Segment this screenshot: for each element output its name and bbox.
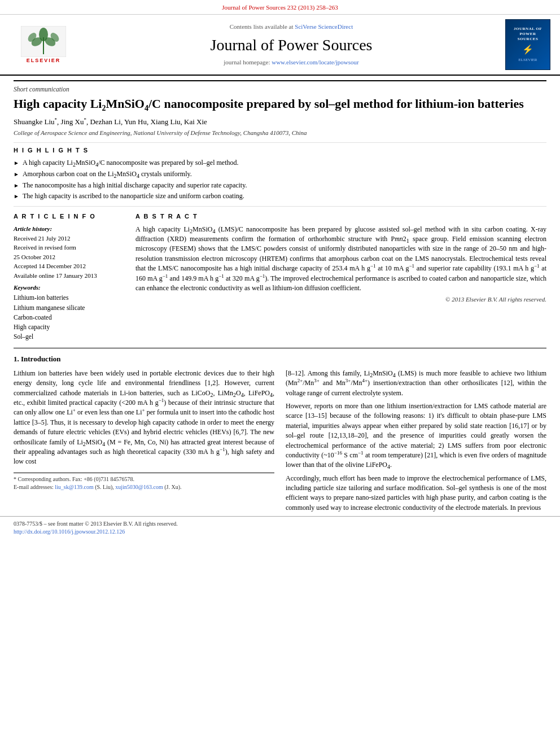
- abstract-col: A B S T R A C T A high capacity Li2MnSiO…: [135, 212, 546, 342]
- badge-title-text: JOURNAL OFPOWERSOURCES: [514, 27, 542, 42]
- elsevier-logo-section: ELSEVIER: [7, 26, 80, 64]
- intro-left-col: Lithium ion batteries have been widely u…: [14, 369, 274, 516]
- sciverse-line: Contents lists available at SciVerse Sci…: [86, 23, 497, 31]
- highlights-heading: H I G H L I G H T S: [14, 146, 546, 155]
- history-label: Article history:: [14, 225, 126, 233]
- email-link-1[interactable]: liu_sk@139.com: [55, 484, 93, 490]
- copyright-line: © 2013 Elsevier B.V. All rights reserved…: [135, 295, 546, 304]
- elsevier-tree-logo: [21, 26, 66, 57]
- keyword-5: Sol–gel: [14, 332, 126, 342]
- highlight-item-2: ► Amorphous carbon coat on the Li2MnSiO4…: [14, 169, 546, 179]
- footnote-star: * Corresponding authors. Fax: +86 (0)731…: [14, 475, 274, 483]
- bottom-bar: 0378-7753/$ – see front matter © 2013 El…: [0, 516, 560, 539]
- section-divider: [14, 348, 546, 348]
- highlight-arrow-2: ►: [14, 171, 19, 178]
- available-date: Available online 17 January 2013: [14, 272, 126, 280]
- highlight-item-3: ► The nanocomposite has a high initial d…: [14, 181, 546, 190]
- article-info-heading: A R T I C L E I N F O: [14, 212, 126, 221]
- intro-para-1: Lithium ion batteries have been widely u…: [14, 369, 274, 467]
- journal-header-center: Contents lists available at SciVerse Sci…: [80, 23, 502, 67]
- footnote-section: * Corresponding authors. Fax: +86 (0)731…: [14, 473, 274, 491]
- highlight-text-3: The nanocomposite has a high initial dis…: [23, 181, 247, 190]
- journal-title-header: Journal of Power Sources: [86, 34, 497, 56]
- main-content: Short communication High capacity Li2MnS…: [0, 76, 560, 516]
- journal-badge: JOURNAL OFPOWERSOURCES ⚡ ELSEVIER: [505, 19, 550, 70]
- affiliation: College of Aerospace Science and Enginee…: [14, 129, 546, 137]
- journal-homepage: journal homepage: www.elsevier.com/locat…: [86, 58, 497, 67]
- homepage-link[interactable]: www.elsevier.com/locate/jpowsour: [272, 59, 358, 65]
- highlight-text-4: The high capacity is ascribed to the nan…: [23, 191, 244, 201]
- highlight-item-4: ► The high capacity is ascribed to the n…: [14, 191, 546, 201]
- journal-badge-section: JOURNAL OFPOWERSOURCES ⚡ ELSEVIER: [502, 19, 553, 70]
- revised-date: 25 October 2012: [14, 253, 126, 261]
- highlight-arrow-1: ►: [14, 159, 19, 167]
- highlight-text-1: A high capacity Li2MnSiO4/C nanocomposit…: [23, 158, 239, 168]
- article-type-label: Short communication: [14, 80, 546, 94]
- intro-para-right-1: [8–12]. Among this family, Li2MnSiO4 (LM…: [286, 369, 546, 398]
- journal-reference: Journal of Power Sources 232 (2013) 258–…: [0, 0, 560, 15]
- article-info-col: A R T I C L E I N F O Article history: R…: [14, 212, 126, 342]
- sciverse-link[interactable]: SciVerse ScienceDirect: [295, 23, 353, 30]
- badge-elsevier-sub: ELSEVIER: [518, 58, 537, 63]
- highlight-text-2: Amorphous carbon coat on the Li2MnSiO4 c…: [23, 169, 192, 179]
- keywords-label: Keywords:: [14, 283, 126, 292]
- received-date: Received 21 July 2012: [14, 234, 126, 243]
- issn-line: 0378-7753/$ – see front matter © 2013 El…: [14, 520, 546, 528]
- intro-section-title: 1. Introduction: [14, 354, 546, 364]
- highlight-arrow-4: ►: [14, 193, 19, 200]
- accepted-date: Accepted 14 December 2012: [14, 262, 126, 270]
- article-info-abstract: A R T I C L E I N F O Article history: R…: [14, 212, 546, 342]
- abstract-heading: A B S T R A C T: [135, 212, 546, 221]
- paper-title: High capacity Li2MnSiO4/C nanocomposite …: [14, 96, 546, 112]
- article-history: Article history: Received 21 July 2012 R…: [14, 225, 126, 280]
- intro-right-col: [8–12]. Among this family, Li2MnSiO4 (LM…: [286, 369, 546, 516]
- doi-line[interactable]: http://dx.doi.org/10.1016/j.jpowsour.201…: [14, 528, 546, 536]
- highlights-section: H I G H L I G H T S ► A high capacity Li…: [14, 142, 546, 207]
- authors-line: Shuangke Liu*, Jing Xu*, Dezhan Li, Yun …: [14, 117, 546, 127]
- elsevier-text-label: ELSEVIER: [27, 57, 61, 64]
- badge-lightning-icon: ⚡: [522, 43, 533, 56]
- keyword-4: High capacity: [14, 322, 126, 332]
- highlight-arrow-3: ►: [14, 182, 19, 190]
- keyword-2: Lithium manganese silicate: [14, 303, 126, 313]
- email-link-2[interactable]: xujin5030@163.com: [115, 484, 163, 490]
- revised-label: Received in revised form: [14, 243, 126, 252]
- intro-two-col: Lithium ion batteries have been widely u…: [14, 369, 546, 516]
- keywords-list: Lithium-ion batteries Lithium manganese …: [14, 293, 126, 342]
- keyword-3: Carbon-coated: [14, 313, 126, 322]
- highlight-item-1: ► A high capacity Li2MnSiO4/C nanocompos…: [14, 158, 546, 168]
- footnote-email: E-mail addresses: liu_sk@139.com (S. Liu…: [14, 483, 274, 491]
- intro-para-right-2: However, reports on more than one lithiu…: [286, 401, 546, 470]
- keyword-1: Lithium-ion batteries: [14, 293, 126, 303]
- journal-header: ELSEVIER Contents lists available at Sci…: [0, 15, 560, 76]
- intro-para-right-3: Accordingly, much effort has been made t…: [286, 474, 546, 513]
- abstract-text: A high capacity Li2MnSiO4 (LMS)/C nanoco…: [135, 225, 546, 294]
